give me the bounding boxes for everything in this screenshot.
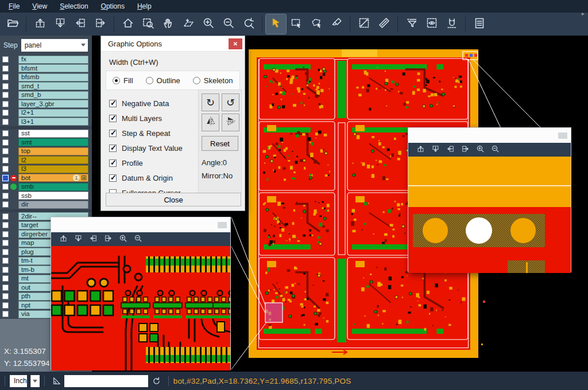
reset-button[interactable]: Reset <box>202 136 238 151</box>
layer-name[interactable]: bfsmt <box>18 64 88 72</box>
checkbox-icon[interactable] <box>109 145 117 152</box>
rotate-cw-button[interactable]: ↻ <box>202 93 219 111</box>
layer-name[interactable]: l3+1 <box>18 118 88 126</box>
layer-name[interactable]: bfsmb <box>18 73 88 81</box>
popup-tool-import-down[interactable] <box>71 233 86 245</box>
layer-name[interactable]: top <box>18 147 88 155</box>
tool-pan-hand[interactable] <box>158 14 178 34</box>
checkbox-icon[interactable] <box>109 174 117 182</box>
rotate-ccw-button[interactable]: ↺ <box>222 93 239 111</box>
popup-tool-import-right[interactable] <box>458 143 473 156</box>
dialog-title-bar[interactable]: Graphic Options ✕ <box>101 36 245 52</box>
layer-row-bfsmb[interactable]: bfsmb <box>0 73 92 82</box>
layer-name[interactable]: smt <box>18 138 88 146</box>
tool-import-down[interactable] <box>50 14 70 34</box>
refresh-icon[interactable] <box>152 376 161 386</box>
close-icon[interactable]: ✕ <box>229 38 242 49</box>
layer-name[interactable]: layer_3.gbr <box>18 100 88 108</box>
popup-window-button[interactable] <box>558 132 567 139</box>
layer-visibility-checkbox[interactable] <box>2 293 9 299</box>
tool-zoom-previous[interactable] <box>238 14 258 34</box>
checkbox-icon[interactable] <box>109 115 117 122</box>
layer-visibility-checkbox[interactable] <box>2 157 9 163</box>
tool-zoom-out[interactable] <box>218 14 238 34</box>
layer-name[interactable]: smb <box>18 183 88 191</box>
popup-tool-import-up[interactable] <box>56 233 71 245</box>
layer-visibility-checkbox[interactable] <box>2 193 9 199</box>
unit-select[interactable]: Inch <box>10 375 27 387</box>
chevron-down-icon[interactable] <box>30 375 40 387</box>
layer-visibility-checkbox[interactable] <box>2 302 9 309</box>
tool-open-folder[interactable] <box>2 14 22 34</box>
popup-tool-zoom-out[interactable] <box>130 233 145 245</box>
layer-visibility-checkbox[interactable] <box>2 130 9 136</box>
layer-row-layer_3.gbr[interactable]: layer_3.gbr <box>0 100 92 109</box>
layer-row-fx[interactable]: fx <box>0 55 92 64</box>
layer-visibility-checkbox[interactable] <box>2 275 9 282</box>
tool-import-up[interactable] <box>30 14 50 34</box>
tool-measure-distance[interactable] <box>354 14 374 34</box>
matrix-icon[interactable]: ⊞ <box>81 174 87 181</box>
layer-row-top[interactable]: top <box>0 147 92 156</box>
layer-name[interactable]: bot1⊞ <box>18 174 88 182</box>
layer-visibility-checkbox[interactable] <box>2 267 9 273</box>
layer-row-l2+1[interactable]: l2+1 <box>0 108 92 118</box>
layer-row-smd_b[interactable]: smd_b <box>0 91 92 100</box>
tool-layer-form[interactable] <box>469 14 489 34</box>
mirror-horizontal-button[interactable] <box>222 114 239 131</box>
tool-zoom-window[interactable] <box>138 14 158 34</box>
popup-tool-import-left[interactable] <box>443 143 458 156</box>
layer-name[interactable]: smd_t <box>18 82 88 90</box>
toolbar-overflow-icon[interactable]: ▸ <box>582 10 585 17</box>
layer-visibility-checkbox[interactable] <box>2 139 9 146</box>
radio-fill[interactable]: Fill <box>113 76 133 85</box>
menu-selection[interactable]: Selection <box>53 0 94 13</box>
layer-visibility-checkbox[interactable] <box>2 201 9 208</box>
menu-file[interactable]: File <box>2 0 26 13</box>
menu-view[interactable]: View <box>26 0 53 13</box>
layer-visibility-checkbox[interactable] <box>2 213 9 220</box>
layer-name[interactable]: sst <box>18 130 88 138</box>
layer-visibility-checkbox[interactable] <box>2 240 9 246</box>
layer-visibility-checkbox[interactable] <box>2 56 9 63</box>
checkbox-icon[interactable] <box>109 130 117 137</box>
magnified-pcb-view[interactable] <box>51 246 230 370</box>
layer-row-sst[interactable]: sst <box>0 129 92 138</box>
layer-row-ssb[interactable]: ssb <box>0 192 92 201</box>
tool-home[interactable] <box>118 14 138 34</box>
close-button[interactable]: Close <box>106 193 241 206</box>
popup-tool-zoom-out[interactable] <box>488 143 502 156</box>
layer-visibility-checkbox[interactable] <box>2 222 9 228</box>
layer-name[interactable]: l3 <box>18 165 88 173</box>
tool-magnet[interactable] <box>442 14 462 34</box>
popup-window-button[interactable] <box>218 222 227 228</box>
tool-show-in-frame[interactable] <box>421 14 442 34</box>
layer-visibility-checkbox[interactable] <box>2 284 9 291</box>
layer-visibility-checkbox[interactable] <box>2 83 9 89</box>
layer-visibility-checkbox[interactable] <box>2 249 9 255</box>
layer-name[interactable]: fx <box>18 56 88 64</box>
layer-row-smt[interactable]: smt <box>0 138 92 147</box>
layer-visibility-checkbox[interactable] <box>2 231 9 237</box>
radio-button-icon[interactable] <box>113 77 120 84</box>
layer-visibility-checkbox[interactable] <box>2 184 9 190</box>
popup-tool-import-down[interactable] <box>428 143 443 156</box>
layer-row-bfsmt[interactable]: bfsmt <box>0 64 92 73</box>
layer-visibility-checkbox[interactable] <box>2 148 9 154</box>
popup-title-bar[interactable] <box>408 128 571 143</box>
layer-visibility-checkbox[interactable] <box>2 65 9 72</box>
layer-visibility-checkbox[interactable] <box>2 258 9 264</box>
layer-visibility-checkbox[interactable] <box>2 175 9 181</box>
radio-skeleton[interactable]: Skeleton <box>193 76 233 85</box>
tool-import-right[interactable] <box>90 14 110 34</box>
magnified-pcb-view[interactable] <box>408 157 571 273</box>
mirror-vertical-button[interactable] <box>202 114 219 131</box>
menu-options[interactable]: Options <box>95 0 131 13</box>
layer-visibility-checkbox[interactable] <box>2 311 9 317</box>
layer-row-dir[interactable]: dir <box>0 200 92 209</box>
layer-visibility-checkbox[interactable] <box>2 119 9 125</box>
layer-row-smd_t[interactable]: smd_t <box>0 82 92 91</box>
layer-visibility-checkbox[interactable] <box>2 74 9 80</box>
tool-select-cursor[interactable] <box>266 14 286 34</box>
command-input[interactable] <box>64 375 148 387</box>
